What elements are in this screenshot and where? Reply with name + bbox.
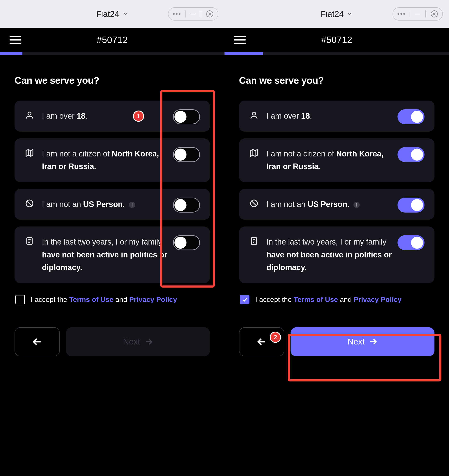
svg-line-15 — [252, 201, 257, 206]
minimize-icon[interactable] — [415, 14, 420, 14]
eligibility-card-politics: In the last two years, I or my family ha… — [239, 227, 434, 283]
chevron-down-icon — [347, 9, 353, 19]
close-icon[interactable] — [206, 10, 213, 17]
map-icon — [25, 148, 34, 158]
info-icon[interactable]: i — [129, 202, 135, 208]
wallet-chrome-bar: Fiat24 — [0, 0, 224, 28]
toggle-politics[interactable] — [173, 235, 200, 250]
svg-line-4 — [27, 201, 32, 206]
terms-text: I accept the Terms of Use and Privacy Po… — [255, 295, 401, 304]
toggle-usperson[interactable] — [398, 198, 425, 213]
wallet-app-name: Fiat24 — [96, 9, 119, 19]
eligibility-card-over18: I am over 18. — [15, 101, 210, 132]
divider — [425, 10, 426, 17]
back-button[interactable] — [15, 327, 60, 356]
toggle-citizen[interactable] — [398, 147, 425, 162]
arrow-right-icon — [144, 337, 153, 346]
wallet-chrome-controls — [168, 7, 218, 21]
terms-text: I accept the Terms of Use and Privacy Po… — [31, 295, 177, 304]
page-id-label: #50712 — [321, 35, 353, 45]
app-header: #50712 — [0, 28, 224, 52]
privacy-policy-link[interactable]: Privacy Policy — [129, 295, 177, 303]
wallet-chrome-controls — [393, 7, 443, 21]
app-header: #50712 — [224, 28, 449, 52]
divider — [201, 10, 201, 17]
page-id-label: #50712 — [97, 35, 128, 45]
terms-row: I accept the Terms of Use and Privacy Po… — [239, 295, 434, 304]
prohibited-icon — [25, 199, 34, 208]
terms-of-use-link[interactable]: Terms of Use — [69, 295, 113, 303]
chevron-down-icon — [122, 9, 128, 19]
terms-of-use-link[interactable]: Terms of Use — [294, 295, 338, 303]
wallet-chrome-bar: Fiat24 — [224, 0, 449, 28]
progress-bar — [0, 52, 224, 55]
svg-point-0 — [28, 112, 31, 115]
terms-checkbox[interactable] — [240, 295, 249, 304]
progress-fill — [224, 52, 263, 55]
progress-fill — [0, 52, 22, 55]
minimize-icon[interactable] — [191, 14, 196, 14]
wallet-app-switcher[interactable]: Fiat24 — [321, 9, 353, 19]
question-title: Can we serve you? — [15, 75, 210, 86]
wallet-app-switcher[interactable]: Fiat24 — [96, 9, 128, 19]
eligibility-card-citizen: I am not a citizen of North Korea, Iran … — [15, 138, 210, 182]
arrow-right-icon — [369, 337, 378, 346]
eligibility-card-politics: In the last two years, I or my family ha… — [15, 227, 210, 283]
toggle-citizen[interactable] — [173, 147, 200, 162]
eligibility-card-over18: I am over 18. — [239, 101, 434, 132]
menu-icon[interactable] — [234, 36, 246, 44]
menu-icon[interactable] — [10, 36, 21, 44]
terms-row: I accept the Terms of Use and Privacy Po… — [15, 295, 210, 304]
toggle-politics[interactable] — [398, 235, 425, 250]
next-button-label: Next — [123, 337, 140, 346]
info-icon[interactable]: i — [354, 202, 360, 208]
wallet-app-name: Fiat24 — [321, 9, 344, 19]
phone-right: Fiat24 #50712 Can we serve you? I am ove… — [224, 0, 449, 476]
prohibited-icon — [249, 199, 258, 208]
question-title: Can we serve you? — [239, 75, 434, 86]
next-button[interactable]: Next — [66, 327, 210, 356]
toggle-over18[interactable] — [173, 109, 200, 124]
document-icon — [25, 236, 34, 246]
privacy-policy-link[interactable]: Privacy Policy — [354, 295, 402, 303]
person-icon — [25, 111, 34, 120]
toggle-usperson[interactable] — [173, 198, 200, 213]
document-icon — [249, 236, 258, 246]
next-button-label: Next — [348, 337, 365, 346]
map-icon — [249, 148, 258, 158]
eligibility-card-citizen: I am not a citizen of North Korea, Iran … — [239, 138, 434, 182]
eligibility-card-usperson: I am not an US Person. i — [15, 189, 210, 220]
more-icon[interactable] — [173, 13, 180, 15]
eligibility-card-usperson: I am not an US Person. i — [239, 189, 434, 220]
terms-checkbox[interactable] — [15, 295, 25, 304]
svg-point-11 — [253, 112, 256, 115]
annotation-number-1: 1 — [133, 111, 144, 122]
phone-left: Fiat24 #50712 Can we serve you? I a — [0, 0, 224, 476]
divider — [185, 10, 186, 17]
person-icon — [249, 111, 258, 120]
annotation-number-2: 2 — [270, 332, 281, 343]
next-button[interactable]: Next — [291, 327, 434, 356]
close-icon[interactable] — [431, 10, 438, 17]
toggle-over18[interactable] — [398, 109, 425, 124]
divider — [410, 10, 410, 17]
more-icon[interactable] — [398, 13, 405, 15]
progress-bar — [224, 52, 449, 55]
